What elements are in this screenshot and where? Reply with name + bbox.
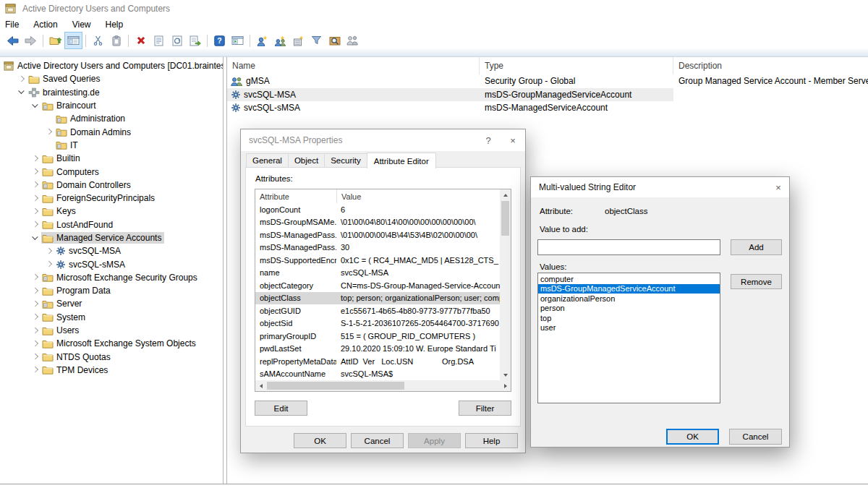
new-ou-button[interactable]: [289, 32, 307, 49]
attribute-row-name[interactable]: namesvcSQL-MSA: [255, 267, 500, 280]
attribute-row-msDSManagedPass[interactable]: msDS-ManagedPass...\01\00\00\00\4B\44\53…: [255, 228, 500, 241]
scroll-left-icon[interactable]: [255, 380, 266, 391]
expander-collapsed-icon[interactable]: [30, 299, 41, 309]
attribute-row-primaryGroupID[interactable]: primaryGroupID515 = ( GROUP_RID_COMPUTER…: [255, 330, 500, 343]
tree-item[interactable]: ForeignSecurityPrincipals: [0, 192, 223, 205]
properties-help-button[interactable]: Help: [465, 433, 518, 448]
menu-view[interactable]: View: [65, 18, 98, 31]
show-console-tree-button[interactable]: [64, 32, 82, 49]
tab-object[interactable]: Object: [288, 153, 325, 168]
menu-help[interactable]: Help: [98, 18, 131, 31]
expander-collapsed-icon[interactable]: [44, 127, 55, 137]
tree-item[interactable]: svcSQL-MSA: [0, 244, 223, 257]
tree-node[interactable]: Server: [41, 298, 85, 309]
tree-node[interactable]: Keys: [41, 205, 79, 217]
tree-node[interactable]: svcSQL-MSA: [55, 245, 124, 257]
tree-item[interactable]: Managed Service Accounts: [0, 231, 223, 244]
menu-action[interactable]: Action: [26, 18, 64, 31]
tree-node[interactable]: Managed Service Accounts: [41, 232, 164, 244]
expander-collapsed-icon[interactable]: [30, 206, 41, 217]
tree-item[interactable]: Builtin: [0, 152, 223, 165]
tree-item[interactable]: Domain Controllers: [0, 179, 223, 192]
attribute-row-pwdLastSet[interactable]: pwdLastSet29.10.2020 15:09:10 W. Europe …: [255, 343, 500, 356]
value-item-computer[interactable]: computer: [538, 274, 720, 284]
scroll-right-icon[interactable]: [500, 380, 511, 391]
expander-expanded-icon[interactable]: [30, 100, 41, 111]
tree-item[interactable]: Microsoft Exchange Security Groups: [0, 271, 223, 284]
tree-node[interactable]: Microsoft Exchange Security Groups: [41, 272, 200, 283]
forward-button[interactable]: [22, 32, 40, 49]
expander-collapsed-icon[interactable]: [44, 259, 55, 270]
tree-node[interactable]: Computers: [41, 166, 102, 178]
tree-item[interactable]: Braincourt: [0, 99, 223, 112]
properties-cancel-button[interactable]: Cancel: [351, 433, 404, 448]
attribute-row-objectClass[interactable]: objectClasstop; person; organizationalPe…: [255, 292, 500, 305]
tree-node[interactable]: Users: [41, 325, 82, 336]
scroll-up-icon[interactable]: [500, 189, 511, 200]
paste-button[interactable]: [107, 32, 125, 49]
tree-node[interactable]: Domain Admins: [55, 127, 134, 138]
taskpad-button[interactable]: [229, 32, 247, 49]
mvse-cancel-button[interactable]: Cancel: [729, 429, 782, 445]
attribute-row-sAMAccountName[interactable]: sAMAccountNamesvcSQL-MSA$: [255, 368, 500, 381]
scroll-down-icon[interactable]: [500, 369, 511, 380]
attribute-row-msDSManagedPass[interactable]: msDS-ManagedPass...30: [255, 241, 500, 254]
column-header-type[interactable]: Type: [480, 57, 673, 74]
tree-item[interactable]: Computers: [0, 165, 223, 178]
tab-general[interactable]: General: [246, 153, 289, 168]
attribute-row-objectCategory[interactable]: objectCategoryCN=ms-DS-Group-Managed-Ser…: [255, 279, 500, 292]
expander-collapsed-icon[interactable]: [17, 74, 27, 85]
expander-collapsed-icon[interactable]: [30, 338, 41, 349]
tree-item[interactable]: TPM Devices: [0, 364, 223, 377]
delete-button[interactable]: [132, 32, 150, 49]
expander-collapsed-icon[interactable]: [30, 166, 41, 177]
export-list-button[interactable]: [186, 32, 204, 49]
value-item-msDS-GroupManagedServiceAccount[interactable]: msDS-GroupManagedServiceAccount: [538, 284, 720, 294]
column-header-name[interactable]: Name: [227, 57, 480, 74]
tree-node[interactable]: IT: [55, 140, 81, 151]
tree-item[interactable]: svcSQL-sMSA: [0, 257, 223, 270]
tree-item[interactable]: System: [0, 311, 223, 324]
mvse-close-icon[interactable]: ×: [767, 177, 789, 197]
advanced-features-button[interactable]: [344, 32, 362, 49]
expander-collapsed-icon[interactable]: [30, 364, 41, 375]
tree-node[interactable]: svcSQL-sMSA: [55, 259, 128, 270]
attribute-column-header[interactable]: Attribute: [255, 189, 336, 203]
expander-collapsed-icon[interactable]: [30, 153, 41, 164]
expander-collapsed-icon[interactable]: [30, 351, 41, 362]
expander-collapsed-icon[interactable]: [30, 312, 41, 322]
help-button[interactable]: ?: [210, 32, 229, 49]
back-button[interactable]: [4, 32, 22, 49]
find-button[interactable]: [326, 32, 344, 49]
tree-node[interactable]: Braincourt: [41, 100, 99, 111]
refresh-button[interactable]: [168, 32, 186, 49]
expander-collapsed-icon[interactable]: [30, 179, 41, 190]
tree-item[interactable]: Users: [0, 324, 223, 337]
horizontal-scroll-thumb[interactable]: [267, 382, 404, 390]
attribute-row-msDSGroupMSAMe[interactable]: msDS-GroupMSAMe...\01\00\04\80\14\00\00\…: [255, 216, 500, 229]
tree-node[interactable]: Microsoft Exchange System Objects: [41, 338, 199, 349]
attribute-row-logonCount[interactable]: logonCount6: [255, 203, 500, 216]
expander-collapsed-icon[interactable]: [44, 246, 55, 257]
new-group-button[interactable]: [271, 32, 289, 49]
value-column-header[interactable]: Value: [336, 189, 511, 203]
tree-item[interactable]: Keys: [0, 205, 223, 218]
tree-item[interactable]: Program Data: [0, 284, 223, 297]
attribute-row-replPropertyMetaData[interactable]: replPropertyMetaDataAttID Ver Loc.USN Or…: [255, 355, 500, 368]
tree-node[interactable]: Domain Controllers: [41, 179, 134, 191]
attribute-row-objectSid[interactable]: objectSidS-1-5-21-2036107265-2054464700-…: [255, 317, 500, 330]
tree-node[interactable]: Administration: [55, 113, 128, 124]
mvse-ok-button[interactable]: OK: [666, 429, 719, 445]
tree-node[interactable]: ForeignSecurityPrincipals: [41, 192, 158, 204]
tree-item[interactable]: Domain Admins: [0, 125, 223, 138]
expander-collapsed-icon[interactable]: [30, 325, 41, 336]
tree-node[interactable]: System: [41, 312, 88, 323]
value-item-top[interactable]: top: [538, 313, 720, 323]
list-row-gMSA[interactable]: gMSASecurity Group - GlobalGroup Managed…: [227, 74, 868, 88]
add-button[interactable]: Add: [731, 239, 782, 255]
value-item-organizationalPerson[interactable]: organizationalPerson: [538, 294, 720, 304]
edit-button[interactable]: Edit: [255, 401, 307, 416]
tree-item[interactable]: Administration: [0, 112, 223, 125]
values-listbox[interactable]: computermsDS-GroupManagedServiceAccounto…: [537, 273, 720, 403]
value-to-add-input[interactable]: [537, 239, 720, 255]
